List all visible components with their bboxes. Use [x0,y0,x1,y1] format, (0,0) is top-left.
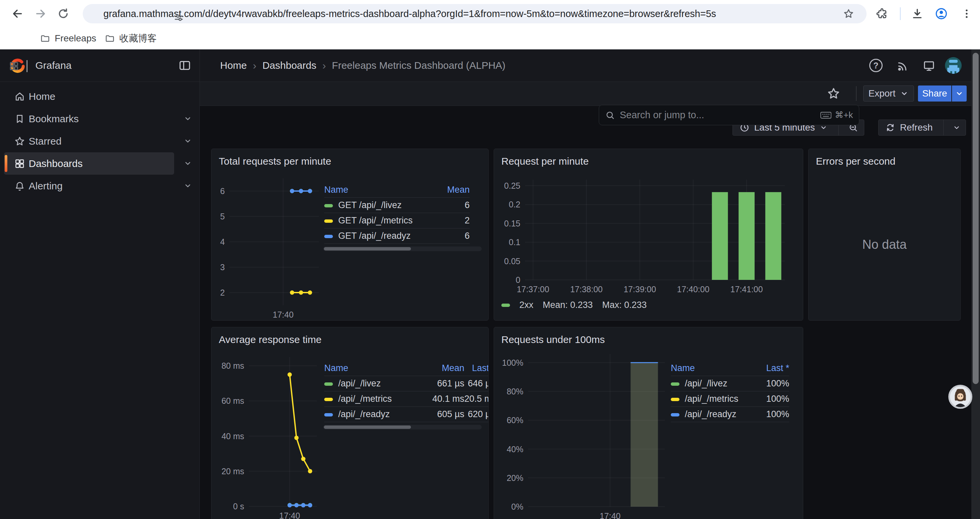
browser-menu-icon[interactable] [959,6,974,21]
panel-title[interactable]: Requests under 100ms [501,334,605,345]
page-scrollbar[interactable] [971,50,980,519]
assistant-avatar[interactable] [948,385,972,409]
legend-swatch [324,219,333,223]
keyboard-icon [820,111,832,120]
y-tick-label: 0.25 [494,180,520,191]
panel-title[interactable]: Request per minute [501,156,589,167]
site-settings-icon[interactable] [173,13,185,23]
refresh-interval-dropdown[interactable] [948,124,965,132]
sidebar-item-starred[interactable]: Starred [4,130,174,152]
legend-2xx[interactable]: 2xx Mean: 0.233 Max: 0.233 [501,300,647,310]
legend-row[interactable]: /api/_/readyz605 µs620 µs [324,407,488,422]
panel-title[interactable]: Total requests per minute [219,156,331,167]
legend-scrollbar-thumb[interactable] [324,425,411,429]
download-icon[interactable] [910,6,924,21]
legend-row[interactable]: /api/_/livez661 µs646 µs [324,376,488,391]
legend-column-header[interactable]: Name [324,361,418,376]
legend-row[interactable]: /api/_/metrics40.1 ms20.5 ms [324,391,488,407]
forward-icon[interactable] [33,6,48,21]
breadcrumb: Home › Dashboards › Freeleaps Metrics Da… [220,50,505,81]
sidebar-toggle-icon[interactable] [178,59,191,73]
breadcrumb-dashboards[interactable]: Dashboards [262,60,317,71]
url-text[interactable]: grafana.mathmast.com/d/deytv4rwavabkb/fr… [103,8,830,19]
share-dropdown-button[interactable] [952,86,967,102]
sidebar-item-alerting[interactable]: Alerting [4,175,174,197]
bookmark-folder-blogs[interactable]: 收藏博客 [102,31,160,46]
chevron-down-icon [955,89,964,98]
chart-canvas [525,180,785,280]
legend-column-header[interactable]: Name [324,182,430,197]
monitor-icon[interactable] [923,59,935,73]
legend-column-header[interactable]: Mean [430,182,470,197]
y-tick-label: 6 [212,186,225,196]
refresh-button[interactable]: Refresh [879,122,939,133]
legend-scrollbar[interactable] [323,425,482,430]
expand-alerting-icon[interactable] [182,180,194,192]
apps-grid-icon[interactable] [7,59,21,73]
legend-series-name[interactable]: 2xx [519,300,533,310]
y-tick-label: 0.2 [494,199,520,210]
chart-requests-under-100ms: 100%80%60%40%20%0%17:40NameLast */api/_/… [494,327,803,519]
legend-table: NameMeanLast */api/_/livez661 µs646 µs/a… [324,361,488,422]
sidebar-item-bookmarks[interactable]: Bookmarks [4,107,174,130]
y-tick-label: 0.15 [494,218,520,229]
search-input[interactable] [620,110,820,121]
legend-series-name: GET /api/_/livez [324,198,430,213]
url-bar[interactable]: grafana.mathmast.com/d/deytv4rwavabkb/fr… [83,4,867,23]
x-tick-label: 17:37:00 [503,284,563,295]
extensions-icon[interactable] [875,6,889,21]
legend-value: 6 [430,228,470,243]
x-tick-label: 17:39:00 [610,284,670,295]
legend-header-row: NameMeanLast * [324,361,488,376]
bookmark-folder-freeleaps[interactable]: Freeleaps [37,31,100,46]
breadcrumb-home[interactable]: Home [220,60,247,71]
bookmark-icon [14,113,25,125]
y-tick-label: 100% [494,357,523,368]
panel-title[interactable]: Errors per second [816,156,895,167]
rss-icon[interactable] [897,59,909,73]
y-tick-label: 0% [494,501,523,512]
y-tick-label: 20 ms [212,466,244,477]
help-icon[interactable]: ? [869,59,883,72]
expand-starred-icon[interactable] [182,135,194,147]
y-tick-label: 40 ms [212,431,244,442]
x-tick-label: 17:40:00 [663,284,723,295]
legend-column-header[interactable]: Mean [418,361,464,376]
favorite-star-icon[interactable] [827,86,841,102]
legend-scrollbar-thumb[interactable] [324,247,411,251]
expand-bookmarks-icon[interactable] [182,113,194,124]
x-tick-label: 17:40 [259,510,320,519]
brand-name[interactable]: Grafana [35,60,72,71]
search-box[interactable]: ⌘+k [599,105,859,125]
legend-row[interactable]: /api/_/readyz100% [671,407,789,422]
toolbar-divider [900,7,900,20]
legend-column-header[interactable]: Last * [464,361,488,376]
panel-title[interactable]: Average response time [219,334,321,345]
legend-row[interactable]: GET /api/_/metrics2 [324,213,470,228]
back-icon[interactable] [10,6,25,21]
legend-row[interactable]: GET /api/_/readyz6 [324,228,470,244]
y-tick-label: 3 [212,262,225,273]
folder-icon [105,34,115,43]
share-button[interactable]: Share [918,86,951,102]
legend-scrollbar[interactable] [323,246,482,251]
export-button[interactable]: Export [863,86,914,102]
user-avatar[interactable] [945,57,962,74]
bookmark-star-icon[interactable] [842,7,855,21]
legend-row[interactable]: /api/_/metrics100% [671,391,789,407]
sidebar-item-home[interactable]: Home [4,85,174,107]
y-tick-label: 80% [494,386,523,397]
legend-column-header[interactable]: Name [671,361,751,376]
expand-dashboards-icon[interactable] [182,158,194,169]
scrollbar-thumb[interactable] [973,53,978,384]
legend-row[interactable]: /api/_/livez100% [671,376,789,391]
legend-column-header[interactable]: Last * [751,361,789,376]
reload-icon[interactable] [56,6,71,21]
sidebar-item-dashboards[interactable]: Dashboards [4,152,174,175]
profile-icon[interactable] [934,6,949,21]
y-tick-label: 80 ms [212,360,244,371]
legend-value: 100% [751,407,789,422]
legend-table: NameLast */api/_/livez100%/api/_/metrics… [671,361,789,422]
legend-series-name: /api/_/metrics [671,391,751,406]
legend-row[interactable]: GET /api/_/livez6 [324,198,470,213]
